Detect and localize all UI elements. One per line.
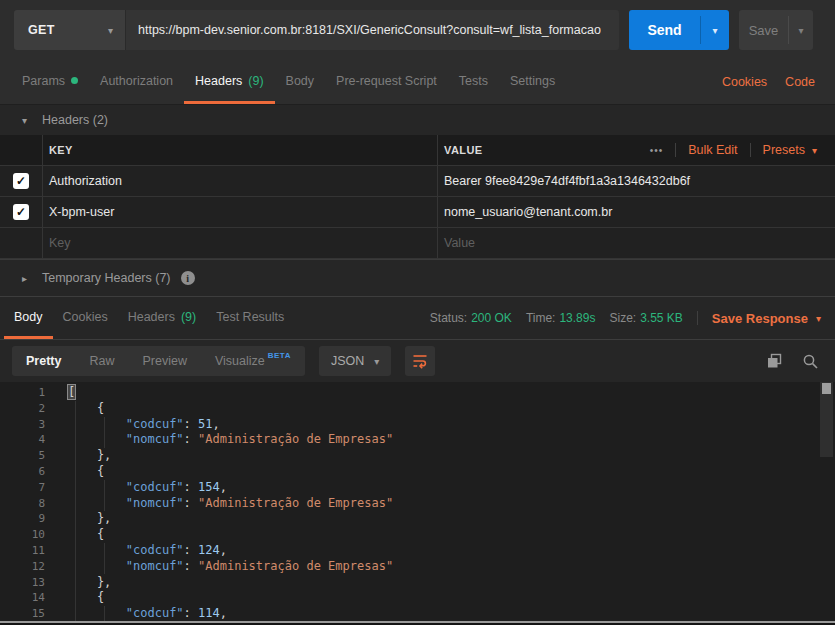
method-dropdown[interactable]: GET ▾ bbox=[14, 10, 126, 50]
method-value: GET bbox=[28, 23, 55, 37]
tab-headers-count: (9) bbox=[248, 74, 263, 88]
row-checkbox[interactable]: ✓ bbox=[13, 173, 29, 189]
expand-chevron-icon[interactable]: ▸ bbox=[22, 273, 32, 284]
headers-section-header[interactable]: ▾ Headers (2) bbox=[0, 105, 835, 135]
info-icon[interactable]: i bbox=[181, 271, 195, 285]
header-checkbox-column bbox=[0, 135, 42, 165]
response-tab-cookies[interactable]: Cookies bbox=[53, 297, 118, 339]
size-value: 3.55 KB bbox=[640, 311, 683, 325]
url-input[interactable]: https://bpm-dev.senior.com.br:8181/SXI/G… bbox=[126, 10, 619, 50]
tab-settings[interactable]: Settings bbox=[499, 60, 566, 104]
tab-headers[interactable]: Headers (9) bbox=[184, 60, 275, 104]
code-line: 14 { bbox=[0, 590, 835, 606]
row-checkbox-cell: ✓ bbox=[0, 197, 42, 227]
code-token: : bbox=[184, 417, 198, 431]
response-tab-test-results[interactable]: Test Results bbox=[206, 297, 294, 339]
value-column-header-cell: VALUE ••• Bulk Edit Presets ▾ bbox=[437, 135, 835, 165]
response-toolbar: Pretty Raw Preview Visualize BETA JSON ▾ bbox=[0, 340, 835, 382]
response-body-editor[interactable]: 1[2 {3 "codcuf": 51,4 "nomcuf": "Adminis… bbox=[0, 382, 835, 621]
row-checkbox-cell bbox=[0, 228, 42, 258]
save-options-chevron-icon[interactable]: ▾ bbox=[789, 10, 813, 50]
temporary-headers-section[interactable]: ▸ Temporary Headers (7) i bbox=[0, 260, 835, 296]
horizontal-scrollbar[interactable] bbox=[0, 621, 835, 625]
code-token: "nomcuf" bbox=[126, 432, 184, 446]
table-row: ✓ Authorization Bearer 9fee8429e74df4fbf… bbox=[0, 166, 835, 197]
code-token: , bbox=[220, 606, 227, 620]
collapse-chevron-icon[interactable]: ▾ bbox=[22, 115, 32, 126]
code-token: : bbox=[184, 543, 198, 557]
code-token: : bbox=[184, 496, 198, 510]
view-tab-raw[interactable]: Raw bbox=[75, 346, 128, 376]
line-number: 12 bbox=[0, 559, 45, 575]
key-cell[interactable]: X-bpm-user bbox=[42, 197, 437, 227]
format-dropdown[interactable]: JSON ▾ bbox=[319, 346, 391, 376]
tab-params-label: Params bbox=[22, 74, 65, 88]
code-token: [ bbox=[68, 385, 75, 399]
line-number: 10 bbox=[0, 527, 45, 543]
row-checkbox[interactable]: ✓ bbox=[13, 204, 29, 220]
code-line: 12 "nomcuf": "Administração de Empresas" bbox=[0, 559, 835, 575]
time-label: Time: bbox=[526, 311, 556, 325]
tab-pre-request-script-label: Pre-request Script bbox=[336, 74, 437, 88]
code-token bbox=[68, 559, 126, 573]
code-line: 13 }, bbox=[0, 575, 835, 591]
tab-tests[interactable]: Tests bbox=[448, 60, 499, 104]
code-token: { bbox=[68, 401, 104, 415]
copy-button[interactable] bbox=[765, 352, 783, 370]
code-token: : bbox=[184, 432, 198, 446]
save-response-dropdown[interactable]: Save Response ▾ bbox=[712, 311, 821, 326]
key-value: X-bpm-user bbox=[49, 205, 114, 219]
code-token: "Administração de Empresas" bbox=[198, 496, 393, 510]
response-tab-body-label: Body bbox=[14, 310, 43, 324]
key-cell[interactable]: Authorization bbox=[42, 166, 437, 196]
tab-body[interactable]: Body bbox=[275, 60, 326, 104]
bulk-edit-link[interactable]: Bulk Edit bbox=[688, 143, 737, 157]
request-tabs: Params Authorization Headers (9) Body Pr… bbox=[0, 60, 835, 105]
params-active-dot-icon bbox=[71, 77, 78, 84]
wrap-lines-icon bbox=[412, 353, 428, 369]
code-line-content: [ bbox=[45, 385, 75, 401]
view-tab-preview[interactable]: Preview bbox=[128, 346, 200, 376]
tab-params[interactable]: Params bbox=[11, 60, 89, 104]
indent-guide bbox=[104, 606, 105, 621]
more-options-icon[interactable]: ••• bbox=[650, 145, 664, 156]
value-cell-input[interactable]: Value bbox=[437, 228, 835, 258]
value-cell[interactable]: Bearer 9fee8429e74df4fbf1a3a1346432db6f bbox=[437, 166, 835, 196]
response-tab-body[interactable]: Body bbox=[4, 297, 53, 339]
cookies-link[interactable]: Cookies bbox=[722, 75, 767, 89]
wrap-lines-button[interactable] bbox=[405, 346, 435, 376]
code-token bbox=[68, 543, 126, 557]
editor-scrollbar-thumb[interactable] bbox=[822, 383, 831, 394]
indent-guide bbox=[104, 543, 105, 574]
code-token: "Administração de Empresas" bbox=[198, 559, 393, 573]
view-tab-visualize[interactable]: Visualize BETA bbox=[201, 346, 305, 376]
key-column-header-cell: KEY bbox=[42, 135, 437, 165]
tab-pre-request-script[interactable]: Pre-request Script bbox=[325, 60, 448, 104]
code-token: : bbox=[184, 606, 198, 620]
save-button[interactable]: Save ▾ bbox=[739, 10, 813, 50]
code-line: 10 { bbox=[0, 527, 835, 543]
response-tabs: Body Cookies Headers (9) Test Results bbox=[4, 297, 294, 339]
response-tab-headers[interactable]: Headers (9) bbox=[118, 297, 207, 339]
send-options-chevron-icon[interactable]: ▾ bbox=[701, 10, 729, 50]
scrollbar-track[interactable] bbox=[820, 382, 833, 621]
key-cell-input[interactable]: Key bbox=[42, 228, 437, 258]
search-button[interactable] bbox=[801, 352, 819, 370]
presets-dropdown[interactable]: Presets ▾ bbox=[763, 143, 817, 157]
send-button[interactable]: Send ▾ bbox=[629, 10, 729, 50]
value-cell[interactable]: nome_usuario@tenant.com.br bbox=[437, 197, 835, 227]
request-url-control: GET ▾ https://bpm-dev.senior.com.br:8181… bbox=[14, 10, 619, 50]
key-placeholder: Key bbox=[49, 236, 71, 250]
code-editor-lines: 1[2 {3 "codcuf": 51,4 "nomcuf": "Adminis… bbox=[0, 385, 835, 621]
value-value: nome_usuario@tenant.com.br bbox=[444, 205, 612, 219]
indent-guide bbox=[104, 417, 105, 448]
code-token: , bbox=[220, 480, 227, 494]
code-line: 8 "nomcuf": "Administração de Empresas" bbox=[0, 496, 835, 512]
tab-authorization[interactable]: Authorization bbox=[89, 60, 184, 104]
view-tab-preview-label: Preview bbox=[142, 354, 186, 368]
code-line-content: "codcuf": 51, bbox=[45, 417, 220, 433]
headers-table: KEY VALUE ••• Bulk Edit Presets ▾ ✓ bbox=[0, 135, 835, 260]
code-token: { bbox=[68, 527, 104, 541]
view-tab-pretty[interactable]: Pretty bbox=[12, 346, 75, 376]
code-link[interactable]: Code bbox=[785, 75, 815, 89]
